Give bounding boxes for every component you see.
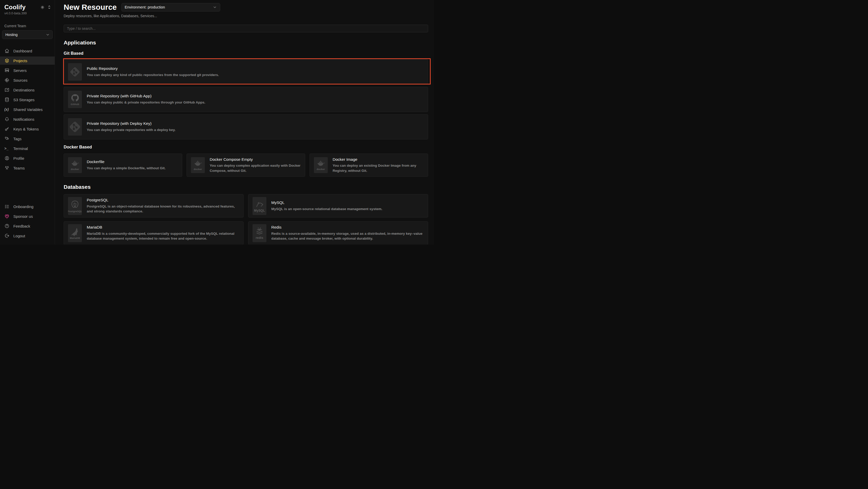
card-redis[interactable]: redis Redis Redis is a source-available,… xyxy=(248,221,428,244)
card-description: MariaDB is a community-developed, commer… xyxy=(87,231,239,241)
heart-icon xyxy=(4,214,9,219)
databases-heading: Databases xyxy=(64,184,428,190)
sidebar-item-sponsor-us[interactable]: Sponsor us xyxy=(0,212,55,220)
postgresql-logo: PostgreSQL xyxy=(68,197,82,215)
page-subtitle: Deploy resources, like Applications, Dat… xyxy=(64,14,428,18)
team-select[interactable]: Hosting xyxy=(2,30,53,39)
sidebar-item-profile[interactable]: Profile xyxy=(0,154,55,162)
mysql-logo: MySQL xyxy=(252,197,267,215)
card-description: You can deploy public & private reposito… xyxy=(87,100,205,105)
search-input[interactable] xyxy=(64,25,428,32)
map-icon xyxy=(4,87,9,92)
current-team-label: Current Team xyxy=(0,24,55,28)
docker-logo: docker xyxy=(314,157,328,173)
docker-wordmark: docker xyxy=(194,168,202,171)
card-mysql[interactable]: MySQL MySQL MySQL is an open-source rela… xyxy=(248,194,428,218)
postgresql-wordmark: PostgreSQL xyxy=(68,210,82,213)
sidebar-item-label: Keys & Tokens xyxy=(13,127,39,131)
variables-icon: (x) xyxy=(4,107,9,112)
sidebar: Coolify v4.0.0-beta.399 Current Team Hos… xyxy=(0,0,55,244)
sidebar-item-s3-storages[interactable]: S3 Storages xyxy=(0,95,55,104)
card-title: Dockerfile xyxy=(87,160,165,164)
card-public-repository[interactable]: Public Repository You can deploy any kin… xyxy=(64,59,428,85)
card-description: Redis is a source-available, in-memory s… xyxy=(271,231,424,241)
card-docker-image[interactable]: docker Docker Image You can deploy an ex… xyxy=(310,153,428,177)
sidebar-item-logout[interactable]: Logout xyxy=(0,232,55,240)
card-title: MariaDB xyxy=(87,225,239,230)
sidebar-item-label: Profile xyxy=(13,156,24,161)
coolify-app: Coolify v4.0.0-beta.399 Current Team Hos… xyxy=(0,0,434,244)
mysql-wordmark: MySQL xyxy=(254,209,265,212)
checklist-icon xyxy=(4,204,9,209)
tags-icon xyxy=(4,136,9,141)
sidebar-item-destinations[interactable]: Destinations xyxy=(0,86,55,94)
card-description: You can deploy any kind of public reposi… xyxy=(87,73,219,78)
sidebar-item-label: Sources xyxy=(13,78,27,82)
environment-select[interactable]: Environment: production xyxy=(121,3,220,11)
sidebar-item-label: Notifications xyxy=(13,117,34,121)
git-based-heading: Git Based xyxy=(64,51,428,56)
redis-logo: redis xyxy=(252,224,267,242)
team-select-value: Hosting xyxy=(5,33,18,37)
sidebar-item-label: Projects xyxy=(13,59,27,63)
redis-wordmark: redis xyxy=(256,236,263,239)
card-description: MySQL is an open-source relational datab… xyxy=(271,206,382,212)
home-icon xyxy=(4,48,9,53)
sidebar-item-dashboard[interactable]: Dashboard xyxy=(0,47,55,55)
sidebar-item-notifications[interactable]: Notifications xyxy=(0,115,55,123)
sidebar-item-label: Teams xyxy=(13,166,25,170)
database-icon xyxy=(4,97,9,102)
card-dockerfile[interactable]: docker Dockerfile You can deploy a simpl… xyxy=(64,153,182,177)
sidebar-item-projects[interactable]: Projects xyxy=(0,57,55,65)
chevron-down-icon xyxy=(213,5,217,9)
terminal-icon: >_ xyxy=(4,146,9,150)
sidebar-item-label: S3 Storages xyxy=(13,97,35,102)
git-icon xyxy=(4,78,9,83)
card-title: Redis xyxy=(271,225,424,230)
theme-sun-icon[interactable] xyxy=(40,5,45,10)
sidebar-item-label: Onboarding xyxy=(13,204,33,209)
page-title: New Resource xyxy=(64,3,117,11)
sidebar-item-teams[interactable]: Teams xyxy=(0,164,55,172)
sidebar-item-sources[interactable]: Sources xyxy=(0,76,55,84)
sidebar-item-shared-variables[interactable]: (x) Shared Variables xyxy=(0,105,55,114)
card-title: Docker Compose Empty xyxy=(210,157,301,162)
sidebar-item-label: Servers xyxy=(13,68,27,73)
logout-icon xyxy=(4,233,9,238)
sidebar-item-servers[interactable]: Servers xyxy=(0,66,55,75)
sidebar-item-tags[interactable]: Tags xyxy=(0,135,55,143)
sidebar-item-feedback[interactable]: Feedback xyxy=(0,222,55,230)
database-card-list: PostgreSQL PostgreSQL PostgreSQL is an o… xyxy=(64,194,428,244)
docker-wordmark: docker xyxy=(317,168,325,171)
sidebar-item-keys-tokens[interactable]: Keys & Tokens xyxy=(0,125,55,133)
app-logo: Coolify xyxy=(4,4,26,11)
docker-logo: docker xyxy=(191,157,205,173)
git-card-list: Public Repository You can deploy any kin… xyxy=(64,59,428,140)
card-title: Private Repository (with GitHub App) xyxy=(87,94,205,98)
card-private-repository-github-app[interactable]: GitHub Private Repository (with GitHub A… xyxy=(64,87,428,112)
card-description: You can deploy complex application easil… xyxy=(210,163,301,173)
sidebar-item-onboarding[interactable]: Onboarding xyxy=(0,202,55,210)
sidebar-item-terminal[interactable]: >_ Terminal xyxy=(0,144,55,152)
environment-select-value: Environment: production xyxy=(125,5,165,9)
docker-wordmark: docker xyxy=(71,168,79,171)
chevron-down-icon xyxy=(46,33,50,37)
sidebar-item-label: Shared Variables xyxy=(13,107,42,112)
docker-card-list: docker Dockerfile You can deploy a simpl… xyxy=(64,153,428,177)
card-title: PostgreSQL xyxy=(87,198,239,203)
docker-based-heading: Docker Based xyxy=(64,145,428,149)
card-description: You can deploy private repositories with… xyxy=(87,127,176,133)
key-icon xyxy=(4,126,9,132)
layers-icon xyxy=(4,58,9,63)
card-docker-compose-empty[interactable]: docker Docker Compose Empty You can depl… xyxy=(187,153,305,177)
user-icon xyxy=(4,156,9,161)
app-version: v4.0.0-beta.399 xyxy=(0,11,55,15)
sidebar-header: Coolify xyxy=(0,4,55,11)
theme-selector-chevrons-icon[interactable] xyxy=(48,5,51,9)
card-private-repository-deploy-key[interactable]: Private Repository (with Deploy Key) You… xyxy=(64,114,428,140)
sidebar-item-label: Destinations xyxy=(13,88,35,92)
card-title: Private Repository (with Deploy Key) xyxy=(87,121,176,126)
card-mariadb[interactable]: MariaDB MariaDB MariaDB is a community-d… xyxy=(64,221,244,244)
card-postgresql[interactable]: PostgreSQL PostgreSQL PostgreSQL is an o… xyxy=(64,194,244,218)
card-description: PostgreSQL is an object-relational datab… xyxy=(87,204,239,214)
